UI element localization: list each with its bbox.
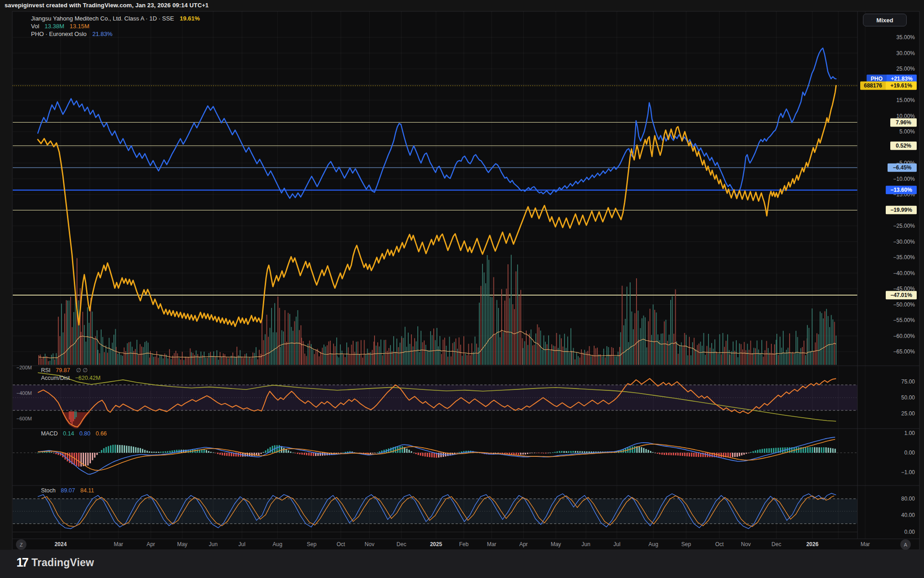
chart-canvas[interactable]: [0, 0, 924, 578]
stoch-label: Stoch: [41, 487, 56, 494]
legend-rsi[interactable]: RSI 79.87 ∅ ∅: [41, 367, 87, 373]
accum-dist-value: −620.42M: [75, 375, 101, 381]
legend-macd[interactable]: MACD 0.14 0.80 0.66: [41, 430, 107, 437]
tradingview-logo[interactable]: 17 TradingView: [16, 556, 94, 570]
legend-compare-symbol[interactable]: PHO · Euronext Oslo 21.83%: [31, 31, 113, 37]
legend-main-symbol[interactable]: Jiangsu Yahong Meditech Co., Ltd. Class …: [31, 15, 200, 22]
stoch-k-value: 89.07: [61, 487, 75, 494]
legend-volume[interactable]: Vol 13.38M 13.15M: [31, 23, 89, 30]
tradingview-chart-window: savepiginvest created with TradingView.c…: [0, 0, 924, 578]
accum-dist-label: Accum/Dist: [41, 375, 70, 381]
footer-strip: [0, 550, 924, 578]
volume-value: 13.38M: [45, 23, 64, 30]
legend-stoch[interactable]: Stoch 89.07 84.11: [41, 487, 94, 494]
macd-line-value: 0.80: [79, 430, 90, 437]
compare-title: PHO · Euronext Oslo: [31, 31, 87, 37]
macd-signal-value: 0.66: [96, 430, 107, 437]
credit-line: savepiginvest created with TradingView.c…: [5, 2, 209, 9]
symbol-title: Jiangsu Yahong Meditech Co., Ltd. Class …: [31, 15, 174, 22]
volume-ma-value: 13.15M: [70, 23, 89, 30]
rsi-null-values: ∅ ∅: [76, 367, 87, 373]
rsi-value: 79.87: [56, 367, 70, 373]
legend-accum-dist[interactable]: Accum/Dist −620.42M: [41, 375, 101, 381]
mixed-scale-button[interactable]: Mixed: [863, 14, 907, 26]
tradingview-logo-text: TradingView: [31, 557, 94, 569]
zoom-out-button[interactable]: Z: [16, 539, 26, 550]
volume-label: Vol: [31, 23, 39, 30]
rsi-label: RSI: [41, 367, 51, 373]
symbol-change: 19.61%: [180, 15, 200, 22]
macd-label: MACD: [41, 430, 58, 437]
stoch-d-value: 84.11: [80, 487, 94, 494]
compare-change: 21.83%: [92, 31, 113, 37]
auto-scale-button[interactable]: A: [900, 539, 911, 550]
macd-hist-value: 0.14: [63, 430, 74, 437]
tradingview-logo-icon: 17: [16, 556, 27, 570]
